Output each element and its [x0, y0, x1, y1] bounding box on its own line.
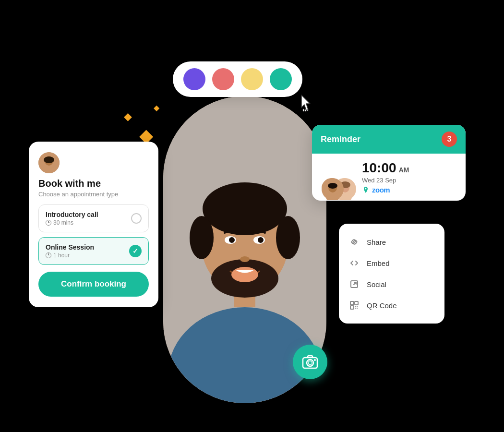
reminder-card: Reminder 3	[312, 125, 466, 201]
palette-card	[173, 61, 302, 97]
sparkle-small-icon: ◆	[124, 110, 132, 123]
svg-point-20	[231, 267, 258, 282]
svg-point-2	[44, 156, 54, 163]
option-name-introductory: Introductory call	[46, 211, 98, 218]
svg-rect-5	[305, 109, 306, 111]
reminder-badge: 3	[442, 132, 457, 147]
camera-fab-button[interactable]	[293, 345, 327, 379]
share-card: Share Embed Social QR Code	[339, 224, 444, 324]
booking-title: Book with me	[38, 178, 149, 189]
share-item-embed[interactable]: Embed	[348, 252, 436, 274]
confirm-booking-button[interactable]: Confirm booking	[38, 272, 149, 297]
camera-icon	[301, 353, 319, 371]
clock-icon-2	[46, 252, 51, 258]
social-icon	[348, 277, 361, 291]
option-text-online: Online Session 1 hour	[46, 243, 94, 259]
palette-dot-teal[interactable]	[270, 68, 292, 90]
share-link-icon	[348, 235, 361, 249]
option-name-online: Online Session	[46, 243, 94, 251]
booking-card: Book with me Choose an appointment type …	[29, 142, 158, 307]
svg-point-36	[314, 359, 316, 361]
option-text-introductory: Introductory call 30 mins	[46, 211, 98, 226]
zoom-logo: zoom	[372, 186, 390, 194]
embed-icon	[348, 256, 361, 270]
svg-rect-4	[303, 109, 304, 111]
share-item-social[interactable]: Social	[348, 274, 436, 295]
qrcode-icon	[348, 299, 361, 312]
appointment-option-introductory[interactable]: Introductory call 30 mins	[38, 204, 149, 232]
avatar	[38, 152, 60, 173]
reminder-title: Reminder	[321, 134, 360, 144]
share-item-qrcode[interactable]: QR Code	[348, 295, 436, 316]
sparkle-tiny-icon: ◆	[154, 103, 159, 112]
reminder-avatar-1	[321, 177, 343, 199]
radio-selected[interactable]	[129, 245, 142, 257]
booking-subtitle: Choose an appointment type	[38, 191, 149, 198]
svg-point-11	[203, 182, 287, 235]
qrcode-label: QR Code	[367, 301, 397, 310]
share-item-share[interactable]: Share	[348, 231, 436, 252]
svg-point-23	[328, 183, 337, 189]
svg-point-19	[240, 256, 250, 262]
svg-rect-32	[350, 306, 354, 309]
embed-label: Embed	[367, 259, 390, 267]
svg-point-18	[258, 237, 264, 243]
cursor-icon	[297, 91, 314, 116]
svg-rect-30	[350, 301, 354, 305]
svg-point-34	[307, 360, 313, 366]
palette-dot-yellow[interactable]	[241, 68, 263, 90]
radio-unselected[interactable]	[131, 213, 142, 224]
social-label: Social	[367, 280, 386, 288]
option-duration-online: 1 hour	[46, 252, 94, 259]
reminder-date: Wed 23 Sep	[362, 177, 457, 184]
svg-point-12	[190, 216, 214, 259]
reminder-header: Reminder 3	[312, 125, 466, 154]
option-duration-introductory: 30 mins	[46, 219, 98, 226]
clock-icon-1	[46, 220, 51, 226]
svg-rect-6	[307, 109, 308, 111]
reminder-body: 10:00 AM Wed 23 Sep zoom	[312, 154, 466, 201]
palette-dot-purple[interactable]	[183, 68, 205, 90]
appointment-option-online[interactable]: Online Session 1 hour	[38, 237, 149, 265]
share-label: Share	[367, 238, 386, 246]
svg-point-13	[276, 216, 300, 259]
palette-dot-coral[interactable]	[212, 68, 234, 90]
reminder-time-info: 10:00 AM Wed 23 Sep zoom	[362, 160, 457, 194]
svg-point-35	[308, 361, 312, 365]
reminder-zoom: zoom	[362, 186, 457, 194]
reminder-time: 10:00 AM	[362, 160, 457, 176]
location-pin-icon	[362, 186, 370, 194]
svg-rect-31	[355, 301, 358, 305]
svg-point-17	[229, 237, 235, 243]
